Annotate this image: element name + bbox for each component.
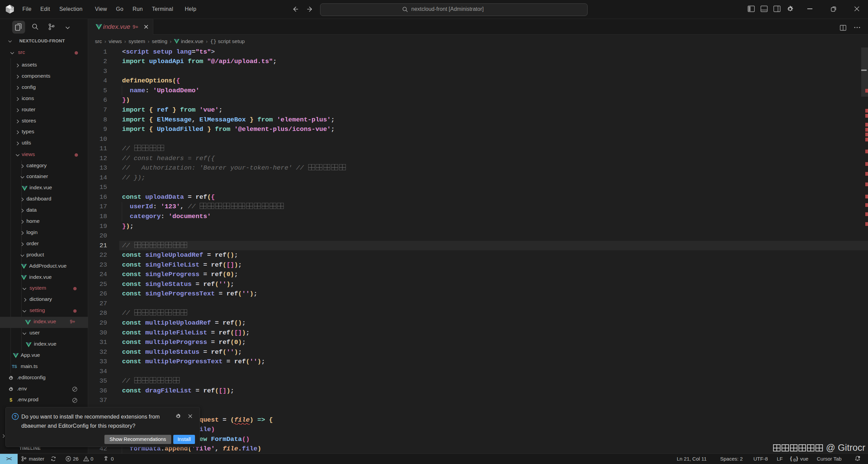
svg-text:?: ? (14, 414, 17, 419)
